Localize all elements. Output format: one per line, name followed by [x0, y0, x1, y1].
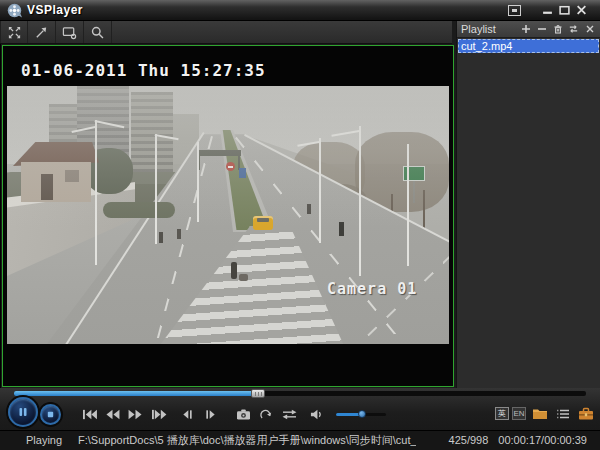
lamp-post — [197, 142, 199, 222]
sign-pole — [413, 181, 415, 203]
pedestrian — [307, 204, 311, 214]
move-icon[interactable] — [567, 23, 580, 36]
add-icon[interactable] — [519, 23, 532, 36]
next-file-icon[interactable] — [147, 402, 169, 426]
resume-icon[interactable] — [255, 402, 277, 426]
video-scene: Camera 01 — [7, 86, 449, 344]
speaker-icon[interactable] — [305, 402, 327, 426]
window-title: VSPlayer — [27, 3, 83, 17]
previous-file-icon[interactable] — [78, 402, 100, 426]
cyclist — [339, 222, 344, 236]
snapshot-icon[interactable] — [232, 402, 254, 426]
house-door — [41, 174, 53, 200]
lamp-post — [407, 144, 409, 266]
pedestrian-cart — [239, 274, 248, 281]
app-logo-icon — [7, 3, 22, 18]
stop-button[interactable] — [40, 404, 61, 425]
pedestrian — [231, 262, 237, 279]
playlist-item[interactable]: cut_2.mp4 — [458, 39, 599, 53]
frame-forward-icon[interactable] — [199, 402, 221, 426]
taxi-windshield — [257, 218, 269, 222]
time-counter: 00:00:17/00:00:39 — [498, 431, 587, 450]
counters: 425/998 00:00:17/00:00:39 — [449, 431, 587, 450]
timestamp-overlay: 01-06-2011 Thu 15:27:35 — [21, 61, 266, 80]
status-bar: Playing F:\SupportDocs\5 播放库\doc\播放器用户手册… — [0, 430, 600, 450]
fullscreen-icon[interactable] — [0, 21, 28, 43]
language-en-button[interactable]: EN — [512, 407, 526, 420]
lamp-post — [359, 126, 361, 276]
playback-controls: 英 EN — [0, 398, 600, 430]
pedestrian — [159, 232, 163, 243]
pause-button[interactable] — [8, 397, 38, 427]
maximize-button[interactable] — [556, 3, 573, 17]
blue-sign — [239, 168, 246, 178]
video-display-window[interactable]: 01-06-2011 Thu 15:27:35 — [2, 45, 454, 387]
lamp-post — [155, 134, 157, 244]
file-path: F:\SupportDocs\5 播放库\doc\播放器用户手册\windows… — [78, 431, 416, 450]
house — [21, 162, 91, 202]
transport-buttons — [78, 402, 386, 426]
toolbar — [0, 21, 452, 44]
close-panel-icon[interactable] — [583, 23, 596, 36]
pin-icon[interactable] — [28, 21, 56, 43]
remove-icon[interactable] — [535, 23, 548, 36]
playlist-title: Playlist — [461, 23, 516, 35]
transition-icon[interactable] — [278, 402, 300, 426]
overhead-gantry — [197, 150, 241, 156]
title-bar[interactable]: VSPlayer — [0, 0, 600, 21]
lamp-post — [95, 120, 97, 265]
control-dock: 英 EN Playing F:\SupportDocs\5 播放库\doc\播放… — [0, 388, 600, 450]
house-window — [65, 170, 79, 182]
window-controls — [506, 3, 590, 17]
bush — [103, 202, 175, 218]
lamp-post — [319, 138, 321, 243]
close-button[interactable] — [573, 3, 590, 17]
no-entry-sign — [226, 162, 235, 171]
volume-thumb[interactable] — [358, 410, 366, 418]
frame-counter: 425/998 — [449, 431, 489, 450]
trash-icon[interactable] — [551, 23, 564, 36]
playlist-header: Playlist — [457, 21, 600, 38]
menu-icon[interactable] — [506, 3, 523, 17]
playback-state: Playing — [26, 431, 62, 450]
volume-level — [336, 413, 362, 416]
frame-back-icon[interactable] — [176, 402, 198, 426]
speed-down-icon[interactable] — [101, 402, 123, 426]
camera-label: Camera 01 — [327, 280, 417, 298]
open-folder-icon[interactable] — [530, 405, 549, 422]
speed-up-icon[interactable] — [124, 402, 146, 426]
seek-progress — [14, 391, 258, 396]
zoom-icon[interactable] — [84, 21, 112, 43]
video-window-icon[interactable] — [56, 21, 84, 43]
language-cn-button[interactable]: 英 — [495, 407, 509, 420]
vsplayer-window: VSPlayer — [0, 0, 600, 450]
playlist-toggle-icon[interactable] — [553, 405, 572, 422]
volume-slider[interactable] — [336, 413, 386, 416]
toolbox-icon[interactable] — [576, 405, 595, 422]
minimize-button[interactable] — [539, 3, 556, 17]
seek-thumb[interactable] — [251, 389, 265, 398]
playlist-panel: Playlist cut_2.mp4 — [456, 21, 600, 388]
seek-bar[interactable] — [14, 391, 586, 396]
tray-buttons: 英 EN — [492, 405, 595, 422]
pedestrian — [177, 229, 181, 239]
